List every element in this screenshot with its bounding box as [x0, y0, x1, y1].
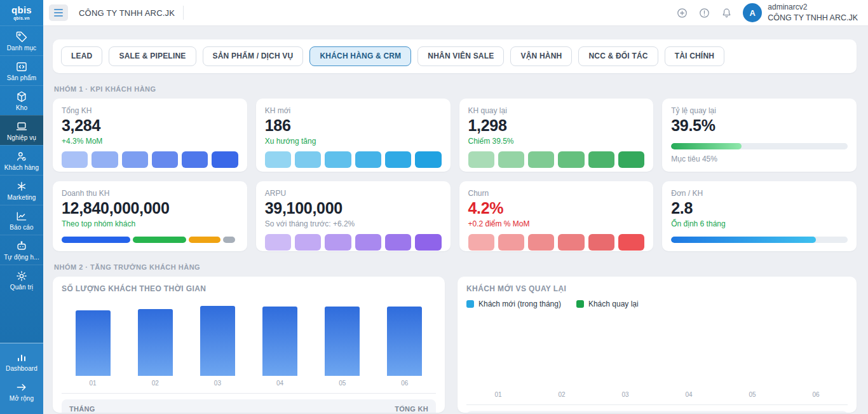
sidebar-item-marketing[interactable]: Marketing [0, 175, 43, 205]
kpi-mini-bar-row [62, 151, 238, 168]
kpi-card-kh-quay-lai: KH quay lại1,298Chiếm 39.5% [459, 99, 654, 172]
sidebar-item-mo-rong[interactable]: Mở rộng [0, 376, 43, 406]
kpi-value: 1,298 [468, 117, 645, 135]
x-tick-label: 04 [262, 380, 297, 387]
tab-lead[interactable]: LEAD [61, 46, 102, 66]
arrow-right-icon [15, 381, 28, 394]
header-divider [183, 6, 184, 20]
tab-van-hanh[interactable]: VẬN HÀNH [510, 46, 572, 66]
x-tick-label: 04 [668, 391, 710, 398]
kpi-mini-bar-row [468, 234, 645, 251]
sidebar-item-dashboard[interactable]: Dashboard [0, 347, 43, 376]
kpi-subtext: Chiếm 39.5% [468, 137, 645, 146]
section-title-kpi: NHÓM 1 · KPI KHÁCH HÀNG [54, 85, 857, 93]
kpi-label: Doanh thu KH [62, 189, 238, 198]
kpi-label: KH mới [265, 106, 442, 115]
bell-button[interactable] [721, 7, 733, 19]
mini-bar-block [385, 234, 411, 251]
chart-card-new-vs-returning: KHÁCH MỚI VS QUAY LẠI Khách mới (trong t… [458, 277, 857, 413]
sidebar-item-label: Tự động h... [4, 254, 39, 261]
mini-bar-block [528, 234, 554, 251]
divider [466, 404, 848, 405]
kpi-mini-bar-row [265, 151, 442, 168]
sidebar-item-bao-cao[interactable]: Báo cáo [0, 205, 43, 235]
mini-bar-block [588, 151, 614, 168]
alert-circle-button[interactable] [698, 7, 710, 19]
legend-item-khach-moi-trong-thang: Khách mới (trong tháng) [466, 300, 561, 308]
mini-bar-block [415, 151, 441, 168]
table-column-header: THÁNG [69, 405, 95, 413]
mini-bar-block [498, 234, 524, 251]
sidebar-item-nghiep-vu[interactable]: Nghiệp vụ [0, 115, 43, 145]
sidebar-item-kho[interactable]: Kho [0, 85, 43, 115]
sidebar-item-label: Kho [16, 105, 27, 111]
sidebar-item-khach-hang[interactable]: Khách hàng [0, 145, 43, 175]
sidebar-item-quan-tri[interactable]: Quản trị [0, 265, 43, 294]
x-axis-labels: 010203040506 [62, 380, 436, 387]
mini-bar-block [415, 234, 441, 251]
sidebar-item-tu-dong-h[interactable]: Tự động h... [0, 235, 43, 265]
kpi-card-arpu: ARPU39,100,000So với tháng trước: +6.2% [256, 181, 451, 251]
mini-bar-block [92, 151, 118, 168]
kpi-card-kh-moi: KH mới186Xu hướng tăng [256, 99, 451, 172]
kpi-card-tong-kh: Tổng KH3,284+4.3% MoM [53, 99, 247, 172]
legend-item-khach-quay-lai: Khách quay lại [576, 300, 639, 308]
kpi-value: 39,100,000 [265, 200, 442, 217]
logo-subtitle: qbis.vn [13, 16, 30, 20]
app-logo[interactable]: qbis qbis.vn [0, 0, 43, 25]
mini-bar-block [182, 151, 208, 168]
tab-tai-chinh[interactable]: TÀI CHÍNH [665, 46, 724, 66]
tab-khach-hang-crm[interactable]: KHÁCH HÀNG & CRM [309, 46, 411, 66]
mini-bar-block [618, 234, 644, 251]
sidebar-item-danh-muc[interactable]: Danh mục [0, 25, 43, 55]
tab-san-pham-dich-vu[interactable]: SẢN PHẨM / DỊCH VỤ [203, 46, 304, 66]
sidebar-item-label: Quản trị [10, 284, 33, 291]
kpi-value: 2.8 [671, 200, 848, 217]
kpi-label: Đơn / KH [671, 189, 848, 198]
kpi-subtext: +0.2 điểm % MoM [468, 219, 645, 228]
x-tick-label: 03 [200, 380, 235, 387]
mini-bar-block [212, 151, 238, 168]
kpi-card-don-kh: Đơn / KH2.8Ổn định 6 tháng [662, 181, 857, 251]
sidebar-item-label: Sản phẩm [7, 75, 36, 81]
laptop-icon [15, 120, 28, 133]
kpi-mini-bar-row [265, 234, 442, 251]
mini-bar-block [152, 151, 178, 168]
tab-sale-pipeline[interactable]: SALE & PIPELINE [109, 46, 196, 66]
x-tick-label: 06 [387, 380, 422, 387]
mini-bar-block [498, 151, 524, 168]
x-tick-label: 02 [541, 391, 583, 398]
tab-nhan-vien-sale[interactable]: NHÂN VIÊN SALE [417, 46, 504, 66]
avatar[interactable]: A [743, 3, 762, 22]
menu-toggle-button[interactable] [49, 4, 68, 21]
sidebar-item-san-pham[interactable]: Sản phẩm [0, 55, 43, 85]
kpi-subtext: +4.3% MoM [62, 137, 238, 146]
gear-icon [15, 270, 28, 282]
user-name: adminarcv2 [768, 3, 858, 13]
bar-month-02 [138, 309, 173, 376]
user-org: CÔNG TY TNHH ARC.JK [768, 13, 858, 23]
mini-bar-block [558, 151, 584, 168]
user-menu[interactable]: A adminarcv2 CÔNG TY TNHH ARC.JK [743, 3, 858, 23]
kpi-progress-track [671, 237, 848, 243]
sidebar: qbis qbis.vn Danh mụcSản phẩmKhoNghiệp v… [0, 0, 43, 414]
logo-title: qbis [11, 5, 32, 15]
sidebar-bottom: DashboardMở rộng [0, 343, 43, 414]
legend-swatch [576, 300, 584, 308]
kpi-progress-fill [671, 143, 742, 149]
mini-bar-block [265, 151, 291, 168]
company-name: CÔNG TY TNHH ARC.JK [79, 8, 175, 18]
kpi-card-churn: Churn4.2%+0.2 điểm % MoM [459, 181, 654, 251]
legend-swatch [466, 300, 474, 308]
box-icon [15, 90, 28, 103]
plus-circle-button[interactable] [676, 7, 688, 19]
chart-title: SỐ LƯỢNG KHÁCH THEO THỜI GIAN [62, 284, 436, 293]
kpi-label: ARPU [265, 189, 442, 198]
tab-ncc-doi-tac[interactable]: NCC & ĐỐI TÁC [578, 46, 658, 66]
asterisk-icon [15, 180, 28, 193]
kpi-mini-bar-row [468, 151, 645, 168]
kpi-value: 3,284 [62, 117, 238, 135]
bar-chart-icon [15, 351, 28, 364]
kpi-label: Tỷ lệ quay lại [671, 106, 848, 115]
x-tick-label: 01 [478, 391, 519, 398]
